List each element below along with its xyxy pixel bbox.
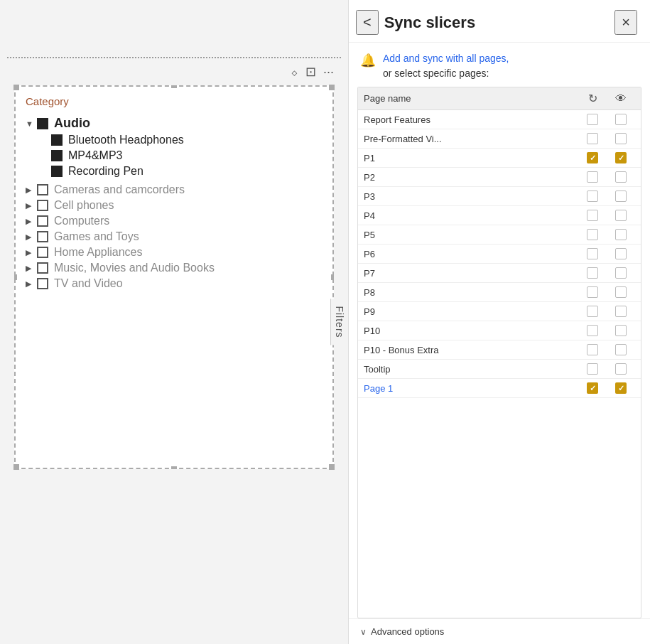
checkbox-bluetooth[interactable]: [51, 134, 63, 146]
resize-handle-tr[interactable]: [329, 85, 335, 90]
tree-item-bluetooth[interactable]: Bluetooth Headphones: [26, 132, 323, 148]
checkbox-empty: [615, 133, 627, 144]
sync-checkbox-p10[interactable]: [578, 325, 607, 336]
checkbox-audio[interactable]: [37, 118, 48, 129]
sync-checkbox-p9[interactable]: [578, 306, 607, 317]
visible-checkbox-p5[interactable]: [607, 229, 635, 240]
resize-handle-bl[interactable]: [13, 464, 19, 470]
sync-checkbox-tooltip[interactable]: [578, 363, 607, 375]
visible-checkbox-tooltip[interactable]: [607, 363, 635, 375]
tree-item-games[interactable]: ▶ Games and Toys: [26, 229, 323, 245]
sync-checkbox-p8[interactable]: [578, 286, 607, 298]
row-label-p6: P6: [364, 249, 578, 259]
visible-checkbox-p10[interactable]: [607, 325, 635, 336]
checkbox-empty: [587, 267, 598, 279]
checkbox-empty: [615, 286, 627, 298]
filter-icon[interactable]: ⬦: [291, 65, 298, 80]
resize-handle-br[interactable]: [329, 464, 335, 470]
checkbox-cameras[interactable]: [37, 184, 48, 195]
label-mp4: MP4&MP3: [68, 149, 122, 162]
tree-item-audio[interactable]: ▼ Audio: [26, 114, 323, 132]
table-row: P4: [358, 206, 641, 225]
row-label-tooltip: Tooltip: [364, 364, 578, 375]
slicer-container: Category ▼ Audio Bluetooth Headphones MP…: [14, 85, 334, 469]
checkbox-checked: ✓: [615, 382, 627, 394]
advanced-options-row[interactable]: ∨ Advanced options: [349, 618, 650, 644]
resize-handle-r[interactable]: [331, 274, 334, 280]
sync-checkbox-p5[interactable]: [578, 229, 607, 240]
visible-checkbox-p9[interactable]: [607, 306, 635, 317]
resize-handle-t[interactable]: [171, 85, 177, 88]
expand-arrow-homeappliances: ▶: [26, 248, 34, 257]
visible-checkbox-report-features[interactable]: [607, 114, 635, 125]
checkbox-empty: [615, 363, 627, 375]
visible-checkbox-p7[interactable]: [607, 267, 635, 279]
resize-handle-b[interactable]: [171, 466, 177, 469]
close-button[interactable]: ×: [614, 10, 637, 35]
sync-checkbox-p4[interactable]: [578, 210, 607, 221]
visible-checkbox-pre-formatted[interactable]: [607, 133, 635, 144]
checkbox-empty: [587, 325, 598, 336]
more-options-icon[interactable]: ···: [323, 65, 334, 80]
sync-checkbox-page1[interactable]: ✓: [578, 382, 607, 394]
visible-checkbox-page1[interactable]: ✓: [607, 382, 635, 394]
speaker-icon: 🔔: [360, 53, 376, 68]
table-row: P1✓✓: [358, 149, 641, 168]
visible-checkbox-p3[interactable]: [607, 190, 635, 202]
checkbox-games[interactable]: [37, 231, 48, 242]
filters-tab[interactable]: Filters: [330, 299, 348, 345]
expand-arrow-tv: ▶: [26, 279, 34, 289]
tree-item-tv[interactable]: ▶ TV and Video: [26, 276, 323, 291]
checkbox-cellphones[interactable]: [37, 200, 48, 211]
tree-item-cellphones[interactable]: ▶ Cell phones: [26, 198, 323, 213]
back-button[interactable]: <: [356, 10, 379, 35]
table-row: P8: [358, 283, 641, 302]
sync-checkbox-report-features[interactable]: [578, 114, 607, 125]
tree-item-cameras[interactable]: ▶ Cameras and camcorders: [26, 182, 323, 198]
resize-handle-l[interactable]: [14, 274, 17, 280]
right-panel: < Sync slicers × 🔔 Add and sync with all…: [348, 0, 650, 644]
tree-item-mp4[interactable]: MP4&MP3: [26, 148, 323, 163]
tree-item-homeappliances[interactable]: ▶ Home Appliances: [26, 245, 323, 260]
sync-checkbox-p6[interactable]: [578, 248, 607, 259]
row-label-p1: P1: [364, 153, 578, 163]
tree-item-computers[interactable]: ▶ Computers: [26, 213, 323, 229]
sync-checkbox-pre-formatted[interactable]: [578, 133, 607, 144]
resize-handle-tl[interactable]: [13, 85, 19, 90]
advanced-options-label: Advanced options: [371, 626, 444, 637]
expand-arrow-games: ▶: [26, 232, 34, 242]
visible-checkbox-p10-bonus[interactable]: [607, 344, 635, 355]
checkbox-empty: [587, 171, 598, 183]
checkbox-homeappliances[interactable]: [37, 247, 48, 258]
checkbox-mp4[interactable]: [51, 150, 63, 161]
sync-table: Page name ↻ 👁 Report FeaturesPre-Formatt…: [357, 87, 641, 618]
checkbox-recording[interactable]: [51, 166, 63, 177]
sync-checkbox-p2[interactable]: [578, 171, 607, 183]
visible-checkbox-p8[interactable]: [607, 286, 635, 298]
visible-checkbox-p4[interactable]: [607, 210, 635, 221]
label-audio: Audio: [54, 116, 90, 131]
checkbox-computers[interactable]: [37, 215, 48, 227]
sync-checkbox-p3[interactable]: [578, 190, 607, 202]
add-sync-link[interactable]: Add and sync with all pages,: [383, 53, 509, 64]
sync-checkbox-p10-bonus[interactable]: [578, 344, 607, 355]
checkbox-checked: ✓: [587, 152, 598, 163]
focus-mode-icon[interactable]: ⊡: [305, 64, 316, 80]
checkbox-empty: [615, 325, 627, 336]
checkbox-tv[interactable]: [37, 278, 48, 289]
label-recording: Recording Pen: [68, 165, 143, 178]
sync-checkbox-p7[interactable]: [578, 267, 607, 279]
sync-checkbox-p1[interactable]: ✓: [578, 152, 607, 163]
panel-header: < Sync slicers ×: [349, 0, 650, 43]
tree-item-recording[interactable]: Recording Pen: [26, 163, 323, 179]
tree-item-music[interactable]: ▶ Music, Movies and Audio Books: [26, 260, 323, 276]
checkbox-music[interactable]: [37, 262, 48, 274]
visible-checkbox-p6[interactable]: [607, 248, 635, 259]
label-music: Music, Movies and Audio Books: [54, 262, 215, 274]
checkbox-empty: [587, 306, 598, 317]
row-label-p3: P3: [364, 191, 578, 202]
visible-checkbox-p1[interactable]: ✓: [607, 152, 635, 163]
row-label-p10-bonus: P10 - Bonus Extra: [364, 345, 578, 355]
table-row: P6: [358, 245, 641, 264]
visible-checkbox-p2[interactable]: [607, 171, 635, 183]
